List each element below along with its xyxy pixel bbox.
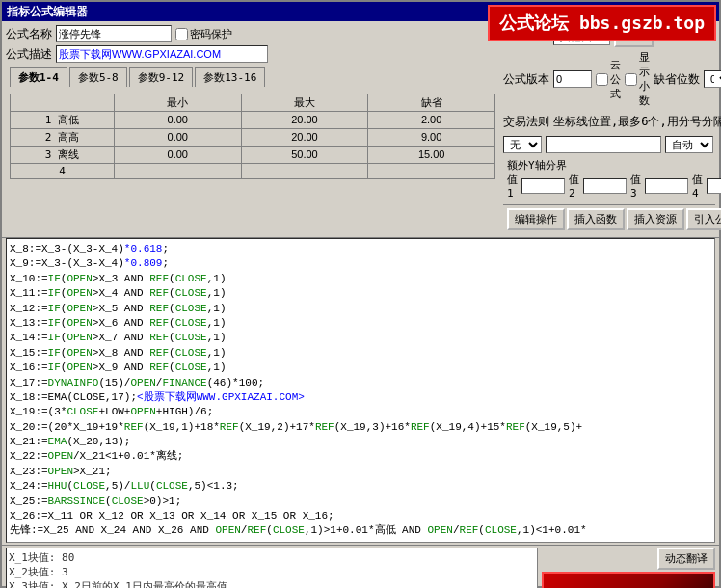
col-name <box>11 94 115 112</box>
desc-input[interactable] <box>56 45 268 63</box>
param-2-max[interactable] <box>282 131 326 143</box>
param-1-min[interactable] <box>156 114 200 125</box>
params-table: 最小 最大 缺省 1 高低 <box>10 94 495 179</box>
y-axis-row: 值1 值2 值3 值4 <box>507 173 711 200</box>
param-1-label: 1 高低 <box>11 112 115 129</box>
version-input[interactable] <box>553 70 592 88</box>
cloud-checkbox[interactable] <box>596 73 608 86</box>
trade-select[interactable]: 无 <box>503 136 542 153</box>
param-1-default[interactable] <box>410 114 453 125</box>
table-row: 1 高低 <box>11 112 495 129</box>
top-section: 公式名称 密码保护 公式描述 参数1-4 参数5-8 参数9-12 <box>2 21 719 238</box>
param-2-default[interactable] <box>410 131 453 143</box>
default-digits-label: 缺省位数 <box>654 71 700 88</box>
insert-func-button[interactable]: 插入函数 <box>567 208 625 230</box>
param-4-label: 4 <box>11 164 115 179</box>
edit-button[interactable]: 编辑操作 <box>507 208 565 230</box>
dynamic-translate-button[interactable]: 动态翻译 <box>657 548 715 570</box>
formula-banner: 股 公式指标 <box>542 572 715 588</box>
window-title: 指标公式编辑器 <box>7 4 88 20</box>
val2-input[interactable] <box>583 178 627 194</box>
trade-options-row: 无 自动 <box>503 136 715 153</box>
left-form: 公式名称 密码保护 公式描述 参数1-4 参数5-8 参数9-12 <box>6 25 499 233</box>
param-4-default[interactable] <box>410 165 453 176</box>
desc-label: 公式描述 <box>6 46 52 63</box>
debug-output: X_1块值: 80X_2块值: 3X_3块值: X_2日前的X_1日内最高价的最… <box>6 548 538 588</box>
param-4-min[interactable] <box>156 165 200 176</box>
coord-label: 坐标线位置,最多6个,用分号分隔 <box>553 114 721 130</box>
bottom-right-panel: 动态翻译 股 公式指标 <box>542 548 715 588</box>
main-window: 指标公式编辑器 公式论坛 bbs.gszb.top 公式名称 密码保护 <box>0 0 721 588</box>
val2-label: 值2 <box>569 173 579 200</box>
main-content: 公式名称 密码保护 公式描述 参数1-4 参数5-8 参数9-12 <box>2 21 719 588</box>
debug-line: X_2块值: 3 <box>9 565 535 579</box>
table-row: 2 高高 <box>11 129 495 147</box>
param-4-max[interactable] <box>282 165 326 176</box>
right-form: 公式类型 其他类 取 消 公式版本 云公式 显示小 <box>503 25 715 233</box>
import-button[interactable]: 引入公式 <box>686 208 721 230</box>
table-row: 4 <box>11 164 495 179</box>
auto-select[interactable]: 自动 <box>665 136 713 153</box>
param-2-min[interactable] <box>156 131 200 143</box>
param-2-label: 2 高高 <box>11 129 115 147</box>
password-checkbox[interactable] <box>175 28 188 40</box>
col-max: 最大 <box>241 94 368 112</box>
val3-input[interactable] <box>645 178 688 194</box>
tab-params-9-12[interactable]: 参数9-12 <box>129 67 194 87</box>
password-label: 密码保护 <box>175 27 232 41</box>
tab-params-1-4[interactable]: 参数1-4 <box>10 67 67 87</box>
show-small-checkbox[interactable] <box>625 73 637 86</box>
tab-params-5-8[interactable]: 参数5-8 <box>69 67 127 87</box>
code-editor[interactable]: X_8:=X_3-(X_3-X_4)*0.618;X_9:=X_3-(X_3-X… <box>6 238 715 543</box>
trade-label: 交易法则 <box>503 114 549 130</box>
bottom-section: X_1块值: 80X_2块值: 3X_3块值: X_2日前的X_1日内最高价的最… <box>2 545 719 588</box>
y-axis-section: 额外Y轴分界 值1 值2 值3 值4 <box>503 156 715 201</box>
y-axis-label: 额外Y轴分界 <box>507 159 567 172</box>
param-3-max[interactable] <box>282 148 326 160</box>
version-label: 公式版本 <box>503 71 549 88</box>
name-label: 公式名称 <box>6 26 52 42</box>
param-3-default[interactable] <box>410 148 453 160</box>
params-tabs: 参数1-4 参数5-8 参数9-12 参数13-16 <box>6 66 499 87</box>
val4-label: 值4 <box>692 173 703 200</box>
col-default: 缺省 <box>368 94 495 112</box>
debug-line: X_3块值: X_2日前的X_1日内最高价的最高值 <box>9 579 535 588</box>
table-row: 3 离线 <box>11 147 495 164</box>
trade-row: 交易法则 坐标线位置,最多6个,用分号分隔 另存为 <box>503 111 715 133</box>
param-3-label: 3 离线 <box>11 147 115 164</box>
show-small-label: 显示小数 <box>625 50 650 108</box>
param-3-min[interactable] <box>156 148 200 160</box>
name-input[interactable] <box>56 25 172 42</box>
desc-row: 公式描述 <box>6 45 499 63</box>
val1-label: 值1 <box>507 173 518 200</box>
col-min: 最小 <box>114 94 241 112</box>
val1-input[interactable] <box>521 178 565 194</box>
tab-params-13-16[interactable]: 参数13-16 <box>195 67 265 87</box>
param-1-max[interactable] <box>282 114 326 125</box>
val3-label: 值3 <box>630 173 641 200</box>
cloud-label: 云公式 <box>596 58 621 101</box>
coord-input[interactable] <box>546 136 661 153</box>
toolbar-row: 编辑操作 插入函数 插入资源 引入公式 测试公式 <box>503 204 715 233</box>
params-area: 最小 最大 缺省 1 高低 <box>6 90 499 183</box>
val4-input[interactable] <box>707 178 721 194</box>
watermark-banner: 公式论坛 bbs.gszb.top <box>488 5 716 41</box>
version-row: 公式版本 云公式 显示小数 缺省位数 0123 <box>503 50 715 108</box>
debug-line: X_1块值: 80 <box>9 550 535 565</box>
digits-select[interactable]: 0123 <box>704 70 721 88</box>
name-row: 公式名称 密码保护 <box>6 25 499 42</box>
insert-res-button[interactable]: 插入资源 <box>627 208 684 230</box>
